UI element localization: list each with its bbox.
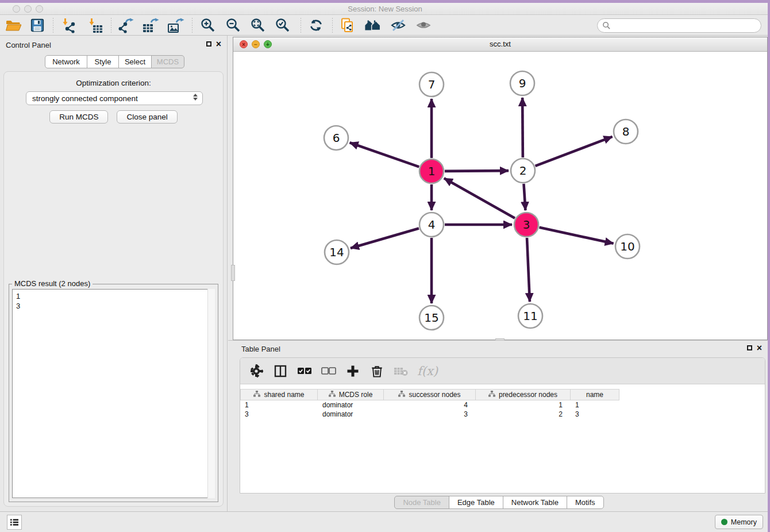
import-table-icon[interactable] [86,17,103,34]
table-cell[interactable]: 1 [476,400,571,410]
graph-node-14[interactable]: 14 [325,240,349,264]
graph-edge-1-6[interactable] [350,142,419,167]
svg-text:9: 9 [519,76,526,90]
zoom-fit-icon[interactable] [249,17,267,34]
run-mcds-button[interactable]: Run MCDS [49,110,108,124]
column-header-label: name [586,391,603,399]
zoom-out-icon[interactable] [225,17,242,34]
column-header-label: successor nodes [409,391,460,399]
graph-node-9[interactable]: 9 [510,71,534,95]
table-cell[interactable]: 3 [384,410,476,419]
search-input[interactable] [611,21,761,30]
graph-edge-3-10[interactable] [539,228,613,244]
graph-node-3[interactable]: 3 [514,213,538,237]
clone-network-icon[interactable] [339,17,356,34]
hide-eye-icon[interactable] [390,17,407,34]
svg-text:2: 2 [519,164,527,178]
delete-table-icon[interactable] [393,363,409,379]
graph-node-11[interactable]: 11 [518,304,542,328]
split-view-icon[interactable] [272,363,288,379]
split-divider-handle[interactable] [231,265,235,281]
graph-node-7[interactable]: 7 [419,72,444,97]
table-settings-icon[interactable] [248,363,264,379]
dropdown-stepper-icon [193,94,198,101]
table-cell[interactable]: 1 [240,400,318,410]
float-panel-icon[interactable] [747,345,752,350]
zoom-selected-icon[interactable] [274,17,291,34]
search-field[interactable] [597,18,761,33]
table-row[interactable]: 1dominator411 [240,400,765,410]
export-table-icon[interactable] [142,17,159,34]
close-panel-icon[interactable]: × [216,41,221,47]
select-all-icon[interactable] [297,363,313,379]
graph-edge-2-8[interactable] [536,137,613,166]
graph-node-6[interactable]: 6 [324,126,348,150]
tab-node-table[interactable]: Node Table [394,496,449,509]
tab-network[interactable]: Network [45,55,87,68]
task-history-button[interactable] [7,515,22,530]
tab-style[interactable]: Style [87,55,119,68]
column-header-shared-name[interactable]: shared name [240,389,318,400]
tab-edge-table[interactable]: Edge Table [449,496,503,509]
close-panel-icon[interactable]: × [757,345,762,351]
desktop-edge-right [768,0,770,532]
graph-node-1[interactable]: 1 [419,159,444,183]
add-column-icon[interactable] [345,363,361,379]
graph-node-2[interactable]: 2 [511,159,535,183]
delete-column-icon[interactable] [369,363,385,379]
column-header-label: shared name [264,391,304,399]
table-row[interactable]: 3dominator323 [240,410,765,419]
table-cell[interactable]: 3 [571,410,619,419]
network-frame-title: scc.txt [233,40,767,48]
search-icon [602,21,611,30]
criterion-dropdown[interactable]: strongly connected component [26,91,203,105]
tab-network-table[interactable]: Network Table [503,496,567,509]
table-cell[interactable]: 3 [240,410,318,419]
graph-node-10[interactable]: 10 [615,234,640,259]
graph-node-4[interactable]: 4 [419,213,444,237]
graph-edge-2-3[interactable] [523,184,525,210]
graph-edge-2-9[interactable] [522,98,523,157]
close-panel-button[interactable]: Close panel [117,110,177,124]
tab-motifs[interactable]: Motifs [567,496,604,509]
table-panel-window-buttons: × [747,345,762,351]
table-cell[interactable]: 4 [384,400,476,410]
function-builder-icon[interactable]: f(x) [417,364,438,378]
tab-mcds[interactable]: MCDS [151,55,184,68]
table-cell[interactable]: dominator [318,400,384,410]
graph-edge-1-2[interactable] [445,171,509,171]
table-cell[interactable]: 2 [476,410,571,419]
float-panel-icon[interactable] [206,41,211,47]
deselect-all-icon[interactable] [321,363,337,379]
criterion-dropdown-value: strongly connected component [32,94,138,103]
graph-node-8[interactable]: 8 [614,119,638,144]
network-canvas[interactable]: 7968124314101511 [233,52,767,340]
open-session-icon[interactable] [5,17,22,34]
network-frame-titlebar[interactable]: × − + scc.txt [233,37,767,52]
graph-edge-3-11[interactable] [527,238,530,302]
zoom-in-icon[interactable] [199,17,217,34]
column-header-successor-nodes[interactable]: successor nodes [384,389,476,400]
column-header-MCDS-role[interactable]: MCDS role [318,389,384,400]
memory-button[interactable]: Memory [715,515,763,529]
mcds-result-title: MCDS result (2 nodes) [12,279,93,288]
column-header-predecessor-nodes[interactable]: predecessor nodes [476,389,571,400]
refresh-icon[interactable] [307,17,325,34]
export-image-icon[interactable] [167,17,184,34]
table-cell[interactable]: 1 [571,400,619,410]
show-eye-icon[interactable] [415,17,432,34]
window-titlebar: Session: New Session [0,3,770,15]
column-header-name[interactable]: name [571,389,619,400]
save-session-icon[interactable] [29,17,46,34]
graph-node-15[interactable]: 15 [419,306,444,330]
import-network-icon[interactable] [60,17,77,34]
window-title: Session: New Session [0,5,770,13]
export-network-icon[interactable] [117,17,134,34]
table-cell[interactable]: dominator [318,410,384,419]
result-scrollbar[interactable] [207,289,215,498]
tab-select[interactable]: Select [118,55,152,68]
graph-edge-4-14[interactable] [351,228,419,248]
mcds-result-textarea[interactable]: 1 3 [12,289,215,498]
graph-edge-3-1[interactable] [444,178,515,218]
home-icon[interactable] [364,17,382,34]
